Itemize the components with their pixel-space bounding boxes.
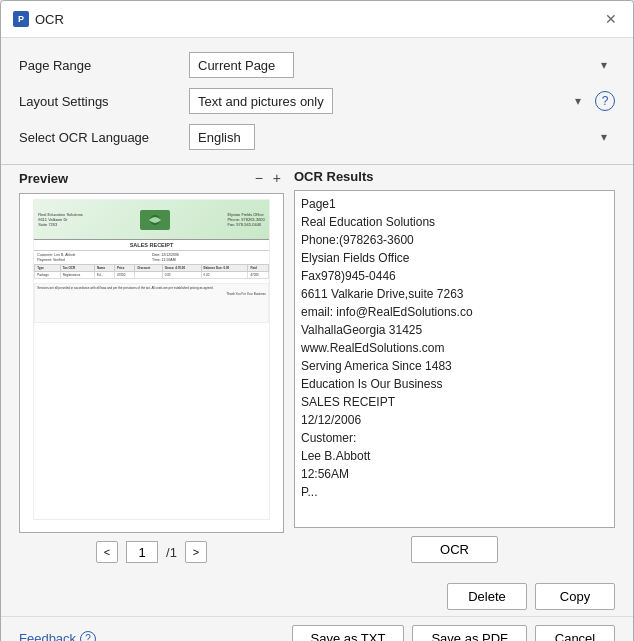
ocr-lang-select-wrapper: EnglishSpanishFrenchGermanChinese [189,124,615,150]
receipt-header: Real Education Solutions 6611 Valkarie D… [34,200,269,240]
page-range-label: Page Range [19,58,179,73]
feedback-link[interactable]: Feedback ? [19,631,96,642]
feedback-help-icon: ? [80,631,96,642]
zoom-out-button[interactable]: − [252,169,266,187]
preview-header: Preview − + [19,169,284,187]
receipt-logo [140,210,170,230]
ocr-result-line: ValhallaGeorgia 31425 [301,321,608,339]
ocr-result-line: Lee B.Abbott [301,447,608,465]
ocr-result-line: Page1 [301,195,608,213]
receipt-title: SALES RECEIPT [34,240,269,251]
ocr-lang-row: Select OCR Language EnglishSpanishFrench… [19,124,615,150]
ocr-result-line: Phone:(978263-3600 [301,231,608,249]
ocr-result-line: Serving America Since 1483 [301,357,608,375]
zoom-in-button[interactable]: + [270,169,284,187]
ocr-button[interactable]: OCR [411,536,498,563]
title-bar: P OCR ✕ [1,1,633,38]
ocr-result-line: 12:56AM [301,465,608,483]
cancel-button[interactable]: Cancel [535,625,615,641]
app-icon: P [13,11,29,27]
preview-title: Preview [19,171,68,186]
ocr-panel: OCR Results Page1Real Education Solution… [294,169,615,567]
ocr-result-line: P... [301,483,608,501]
total-pages: /1 [166,545,177,560]
receipt-table: TypeTax OCRNamePriceDiscountGross: 4.70.… [34,264,269,279]
layout-select-wrapper: Text and pictures onlyFlowing textPlain … [189,88,589,114]
feedback-label: Feedback [19,631,76,641]
receipt-header-text-left: Real Education Solutions 6611 Valkarie D… [38,212,83,227]
dialog-title: OCR [35,12,64,27]
layout-settings-row: Layout Settings Text and pictures onlyFl… [19,88,615,114]
copy-button[interactable]: Copy [535,583,615,610]
receipt-info: Customer: Lee B. Abbott Date: 12/12/2006… [34,251,269,264]
ocr-result-line: Education Is Our Business [301,375,608,393]
page-range-row: Page Range Current PageAll PagesCustom R… [19,52,615,78]
ocr-result-line: Elysian Fields Office [301,249,608,267]
ocr-lang-select[interactable]: EnglishSpanishFrenchGermanChinese [189,124,255,150]
prev-page-button[interactable]: < [96,541,118,563]
ocr-button-row: OCR [294,528,615,567]
bottom-bar: Feedback ? Save as TXT Save as PDF Cance… [1,616,633,641]
page-navigation: < /1 > [19,533,284,567]
page-range-select-wrapper: Current PageAll PagesCustom Range [189,52,615,78]
close-button[interactable]: ✕ [601,9,621,29]
main-area: Preview − + Real Education Solutions 661… [1,169,633,577]
layout-select-wrap: Text and pictures onlyFlowing textPlain … [189,88,615,114]
ocr-result-line: 12/12/2006 [301,411,608,429]
action-row: Delete Copy [1,577,633,616]
receipt-header-text-right: Elysian Fields Office Phone: 978263-3600… [227,212,264,227]
layout-select[interactable]: Text and pictures onlyFlowing textPlain … [189,88,333,114]
ocr-result-line: www.RealEdSolutions.com [301,339,608,357]
zoom-controls: − + [252,169,284,187]
ocr-result-line: SALES RECEIPT [301,393,608,411]
ocr-results-title: OCR Results [294,169,615,184]
ocr-result-line: Customer: [301,429,608,447]
save-txt-button[interactable]: Save as TXT [292,625,405,641]
receipt-preview: Real Education Solutions 6611 Valkarie D… [33,199,270,520]
preview-box: Real Education Solutions 6611 Valkarie D… [19,193,284,533]
ocr-result-line: email: info@RealEdSolutions.co [301,303,608,321]
ocr-results-box[interactable]: Page1Real Education SolutionsPhone:(9782… [294,190,615,528]
page-number-input[interactable] [126,541,158,563]
ocr-dialog: P OCR ✕ Page Range Current PageAll Pages… [0,0,634,641]
next-page-button[interactable]: > [185,541,207,563]
save-pdf-button[interactable]: Save as PDF [412,625,527,641]
layout-settings-label: Layout Settings [19,94,179,109]
delete-button[interactable]: Delete [447,583,527,610]
receipt-footer-note: Services are all provided in accordance … [34,283,269,323]
layout-help-button[interactable]: ? [595,91,615,111]
bottom-buttons: Save as TXT Save as PDF Cancel [292,625,616,641]
form-divider [1,164,633,165]
ocr-result-line: Fax978)945-0446 [301,267,608,285]
ocr-result-line: Real Education Solutions [301,213,608,231]
page-range-select[interactable]: Current PageAll PagesCustom Range [189,52,294,78]
preview-panel: Preview − + Real Education Solutions 661… [19,169,284,567]
ocr-result-line: 6611 Valkarie Drive,suite 7263 [301,285,608,303]
title-bar-left: P OCR [13,11,64,27]
ocr-lang-label: Select OCR Language [19,130,179,145]
form-area: Page Range Current PageAll PagesCustom R… [1,38,633,160]
